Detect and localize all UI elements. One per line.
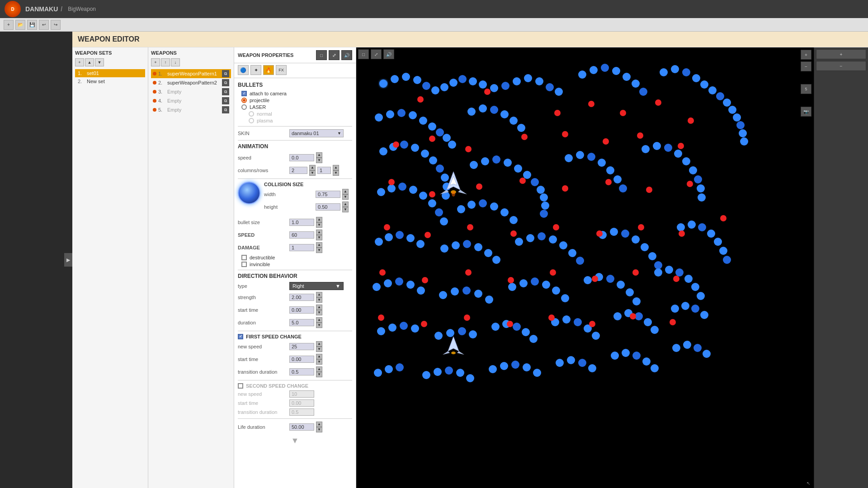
strength-input[interactable]	[289, 294, 314, 301]
rows-down[interactable]: ▼	[333, 170, 339, 176]
tab-fx[interactable]: FX	[276, 65, 287, 75]
dir-start-time-down[interactable]: ▼	[316, 310, 322, 315]
weapon-set-add-btn[interactable]: +	[75, 58, 84, 66]
weapon-clone-3[interactable]: ⧉	[222, 88, 229, 95]
damage-input[interactable]	[289, 244, 314, 251]
weapon-set-up-btn[interactable]: ▲	[85, 58, 94, 66]
weapon-item-4[interactable]: 4. Empty ⧉	[151, 96, 231, 105]
weapon-add-btn[interactable]: +	[151, 58, 160, 66]
weapon-clone-5[interactable]: ⧉	[222, 106, 229, 113]
prop-square-btn[interactable]: □	[316, 50, 327, 60]
svg-point-124	[621, 230, 629, 238]
laser-radio[interactable]	[241, 104, 247, 110]
weapon-set-item-1[interactable]: 1. set01	[75, 69, 145, 77]
dir-start-time-input[interactable]	[289, 306, 314, 314]
first-speed-change-checkbox[interactable]	[238, 334, 243, 339]
bullet-size-input[interactable]	[289, 219, 314, 226]
prop-speaker-btn[interactable]: 🔊	[341, 50, 352, 60]
dir-start-time-up[interactable]: ▲	[316, 305, 322, 310]
fsc-start-time-down[interactable]: ▼	[316, 359, 322, 365]
fsc-transition-input[interactable]	[289, 368, 314, 375]
destructible-checkbox[interactable]	[241, 255, 247, 260]
columns-up[interactable]: ▲	[309, 165, 316, 170]
projectile-radio[interactable]	[241, 98, 247, 103]
fsc-new-speed-down[interactable]: ▼	[316, 347, 322, 352]
fsc-transition-up[interactable]: ▲	[316, 366, 322, 372]
collapse-arrow[interactable]: ▶	[64, 253, 72, 267]
weapon-down-btn[interactable]: ↓	[171, 58, 180, 66]
anim-speed-input[interactable]	[289, 154, 314, 161]
scroll-down-indicator[interactable]: ▼	[291, 436, 299, 445]
right-tool-1[interactable]: +	[816, 49, 866, 59]
tab-fire[interactable]: 🔥	[263, 65, 274, 75]
direction-type-select[interactable]: Right ▼	[289, 282, 344, 290]
anim-speed-up[interactable]: ▲	[316, 152, 322, 158]
skin-select[interactable]: danmaku 01 ▼	[289, 129, 344, 137]
weapon-item-1[interactable]: 1. superWeaponPattern1 ⧉	[151, 69, 231, 78]
invincible-checkbox[interactable]	[241, 262, 247, 267]
rows-up[interactable]: ▲	[333, 165, 339, 170]
toolbar-open[interactable]: 📂	[15, 20, 25, 30]
preview-zoom-out[interactable]: −	[801, 61, 811, 71]
life-duration-down[interactable]: ▼	[316, 427, 322, 432]
speed-down[interactable]: ▼	[316, 235, 322, 240]
speed-up[interactable]: ▲	[316, 230, 322, 235]
preview-zoom-in[interactable]: +	[801, 50, 811, 60]
toolbar-new[interactable]: +	[4, 20, 14, 30]
columns-down[interactable]: ▼	[309, 170, 316, 176]
duration-down[interactable]: ▼	[316, 323, 322, 328]
toolbar-redo[interactable]: ↪	[51, 20, 61, 30]
prop-arrows-btn[interactable]: ⤢	[329, 50, 340, 60]
height-down[interactable]: ▼	[342, 207, 349, 212]
normal-radio[interactable]	[249, 111, 254, 117]
width-input[interactable]	[316, 191, 340, 198]
height-input[interactable]	[316, 203, 340, 211]
fsc-new-speed-up[interactable]: ▲	[316, 341, 322, 347]
strength-down[interactable]: ▼	[316, 297, 322, 303]
weapon-clone-4[interactable]: ⧉	[222, 97, 229, 104]
weapon-set-down-btn[interactable]: ▼	[95, 58, 104, 66]
weapon-up-btn[interactable]: ↑	[161, 58, 170, 66]
preview-camera[interactable]: 📷	[801, 107, 811, 117]
height-up[interactable]: ▲	[342, 202, 349, 207]
bullet-size-down[interactable]: ▼	[316, 222, 322, 228]
life-duration-input[interactable]	[289, 423, 314, 431]
weapon-item-3[interactable]: 3. Empty ⧉	[151, 87, 231, 96]
weapon-clone-1[interactable]: ⧉	[222, 70, 229, 77]
width-down[interactable]: ▼	[342, 194, 349, 200]
fsc-start-time-input[interactable]	[289, 356, 314, 363]
preview-grid-5[interactable]: 5	[801, 84, 811, 94]
weapon-item-2[interactable]: 2. superWeaponPattern2 ⧉	[151, 78, 231, 87]
weapon-dot-3	[153, 90, 156, 94]
damage-down[interactable]: ▼	[316, 248, 322, 253]
bullet-size-up[interactable]: ▲	[316, 217, 322, 222]
plasma-radio[interactable]	[249, 118, 254, 123]
speed-input[interactable]	[289, 231, 314, 239]
toolbar-undo[interactable]: ↩	[39, 20, 49, 30]
fsc-start-time-up[interactable]: ▲	[316, 354, 322, 359]
fsc-transition-down[interactable]: ▼	[316, 372, 322, 377]
right-tool-2[interactable]: −	[816, 61, 866, 71]
svg-point-230	[637, 132, 643, 139]
tab-bullet[interactable]: 🔵	[238, 65, 249, 75]
anim-speed-down[interactable]: ▼	[316, 158, 322, 163]
attach-camera-checkbox[interactable]	[241, 91, 247, 96]
duration-input[interactable]	[289, 319, 314, 326]
strength-up[interactable]: ▲	[316, 292, 322, 297]
svg-point-260	[507, 321, 513, 327]
svg-point-51	[509, 117, 518, 125]
weapon-item-5[interactable]: 5. Empty ⧉	[151, 105, 231, 114]
damage-up[interactable]: ▲	[316, 242, 322, 248]
rows-input[interactable]	[317, 167, 331, 174]
weapon-clone-2[interactable]: ⧉	[222, 79, 229, 86]
duration-up[interactable]: ▲	[316, 317, 322, 323]
width-label: width	[264, 192, 314, 197]
tab-sparkle[interactable]: ✦	[250, 65, 261, 75]
width-up[interactable]: ▲	[342, 189, 349, 194]
life-duration-up[interactable]: ▲	[316, 422, 322, 427]
weapon-set-item-2[interactable]: 2. New set	[75, 77, 145, 85]
columns-input[interactable]	[289, 167, 307, 174]
second-speed-change-checkbox[interactable]	[238, 383, 243, 389]
fsc-new-speed-input[interactable]	[289, 343, 314, 350]
toolbar-save[interactable]: 💾	[27, 20, 37, 30]
